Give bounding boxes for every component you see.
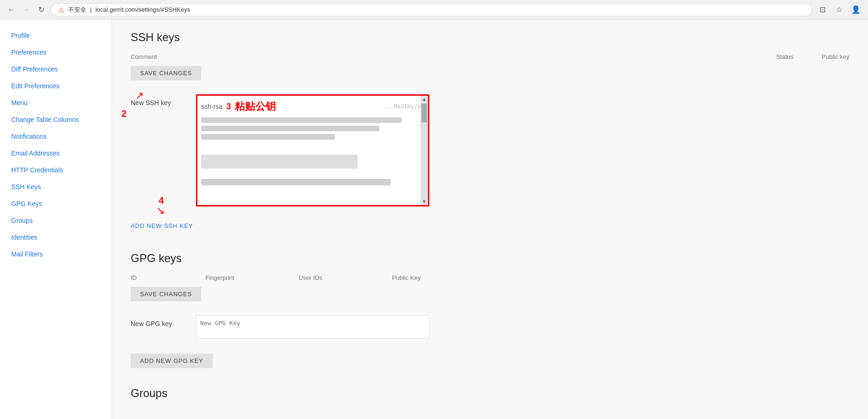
profile-button[interactable]: 👤	[849, 3, 862, 16]
address-bar: ⚠ 不安全 | local.gerrit.com/settings/#SSHKe…	[50, 3, 812, 16]
sidebar-item-profile[interactable]: Profile	[0, 27, 112, 44]
sidebar-item-notifications[interactable]: Notifications	[0, 128, 112, 145]
annotation-2-label: 2	[121, 108, 126, 119]
sidebar: Profile Preferences Diff Preferences Edi…	[0, 20, 112, 419]
url-display: local.gerrit.com/settings/#SSHKeys	[95, 6, 190, 13]
sidebar-ssh-keys-label: SSH Keys	[11, 183, 41, 191]
key-preview-right: ...BbVINy/b.	[384, 103, 424, 110]
sidebar-item-preferences[interactable]: Preferences	[0, 44, 112, 61]
scrollbar-down[interactable]: ▼	[420, 198, 428, 205]
gpg-col-pk-header: Public Key	[392, 274, 849, 281]
sidebar-item-change-table-columns[interactable]: Change Table Columns	[0, 111, 112, 128]
main-content: SSH keys Comment Status Public key SAVE …	[112, 20, 868, 419]
cast-button[interactable]: ⊡	[816, 3, 829, 16]
col-comment-header: Comment	[131, 53, 224, 60]
forward-button[interactable]: →	[21, 4, 32, 15]
groups-section-title: Groups	[131, 387, 849, 400]
new-gpg-key-textarea[interactable]	[196, 315, 429, 339]
sidebar-item-http-credentials[interactable]: HTTP Credentials	[0, 162, 112, 178]
sidebar-item-email-addresses[interactable]: Email Addresses	[0, 145, 112, 162]
add-gpg-key-wrapper: ADD NEW GPG KEY	[131, 346, 849, 368]
sidebar-item-gpg-keys[interactable]: GPG Keys	[0, 195, 112, 212]
browser-chrome: ← → ↻ ⚠ 不安全 | local.gerrit.com/settings/…	[0, 0, 868, 20]
add-new-ssh-key-button[interactable]: ADD NEW SSH KEY	[131, 219, 193, 233]
gpg-save-changes-button[interactable]: SAVE CHANGES	[131, 287, 201, 301]
ssh-new-wrapper: New SSH key 2 ↗ ssh-rsa 3 粘贴公钥	[131, 94, 849, 233]
gpg-keys-section: GPG keys ID Fingerprint User IDs Public …	[131, 252, 849, 368]
ssh-key-scrollbar[interactable]: ▲ ▼	[420, 96, 428, 205]
annotation-3-label: 3	[226, 102, 231, 112]
col-status-header: Status	[756, 53, 793, 60]
gpg-section-title: GPG keys	[131, 252, 849, 265]
bookmark-button[interactable]: ☆	[833, 3, 846, 16]
gpg-col-fp-header: Fingerprint	[205, 274, 299, 281]
new-ssh-key-section: New SSH key 2 ↗ ssh-rsa 3 粘贴公钥	[131, 94, 849, 206]
blurred-line-3	[201, 134, 335, 140]
gpg-col-uid-header: User IDs	[299, 274, 392, 281]
ssh-section-title: SSH keys	[131, 31, 849, 44]
app-layout: Profile Preferences Diff Preferences Edi…	[0, 20, 868, 419]
ssh-key-textarea-wrapper: ssh-rsa 3 粘贴公钥 ...BbVINy/b.	[196, 94, 429, 206]
groups-section: Groups	[131, 387, 849, 400]
add-ssh-key-wrapper: 4 ↘ ADD NEW SSH KEY	[131, 214, 193, 233]
scrollbar-up[interactable]: ▲	[420, 96, 428, 103]
warning-icon: ⚠	[58, 6, 64, 14]
scrollbar-thumb[interactable]	[421, 104, 427, 122]
ssh-save-changes-button[interactable]: SAVE CHANGES	[131, 66, 201, 80]
col-pubkey-header: Public key	[793, 53, 849, 60]
ssh-key-box[interactable]: ssh-rsa 3 粘贴公钥 ...BbVINy/b.	[196, 94, 429, 206]
blurred-line-4	[201, 179, 391, 185]
sidebar-item-identities[interactable]: Identities	[0, 229, 112, 246]
new-gpg-key-section: New GPG key	[131, 315, 849, 339]
annotation-arrow-4: ↘	[156, 205, 165, 217]
sidebar-item-menu[interactable]: Menu	[0, 94, 112, 111]
gpg-col-id-header: ID	[131, 274, 205, 281]
blurred-line-2	[201, 126, 379, 131]
ssh-table-header: Comment Status Public key	[131, 51, 849, 62]
gpg-table-header: ID Fingerprint User IDs Public Key	[131, 272, 849, 283]
back-button[interactable]: ←	[6, 4, 17, 15]
sidebar-item-mail-filters[interactable]: Mail Filters	[0, 246, 112, 263]
ssh-key-type: ssh-rsa	[201, 103, 223, 110]
reload-button[interactable]: ↻	[35, 4, 47, 15]
blurred-block	[201, 155, 357, 169]
sidebar-item-diff-preferences[interactable]: Diff Preferences	[0, 61, 112, 78]
chinese-annotation-text: 粘贴公钥	[235, 99, 276, 114]
sidebar-item-edit-preferences[interactable]: Edit Preferences	[0, 78, 112, 94]
url-text: |	[90, 6, 91, 13]
new-ssh-key-label-wrapper: New SSH key 2 ↗	[131, 94, 187, 107]
blurred-line-1	[201, 117, 402, 123]
add-new-gpg-key-button[interactable]: ADD NEW GPG KEY	[131, 354, 213, 368]
ssh-keys-section: SSH keys Comment Status Public key SAVE …	[131, 31, 849, 233]
sidebar-item-ssh-keys[interactable]: SSH Keys ← 1	[0, 178, 112, 195]
warning-text: 不安全	[68, 6, 86, 14]
ssh-key-header: ssh-rsa 3 粘贴公钥 ...BbVINy/b.	[201, 99, 424, 114]
browser-right-icons: ⊡ ☆ 👤	[816, 3, 862, 16]
spacer	[201, 142, 424, 152]
annotation-arrow-up: ↗	[135, 90, 144, 102]
sidebar-item-groups[interactable]: Groups	[0, 212, 112, 229]
new-gpg-key-label: New GPG key	[131, 315, 187, 327]
